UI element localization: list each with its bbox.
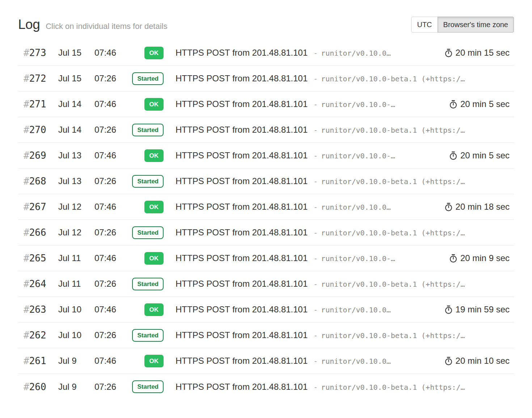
event-id: #265: [18, 253, 58, 264]
separator-dash: -: [313, 126, 318, 135]
event-description-cell: HTTPS POST from 201.48.81.101-runitor/v0…: [176, 356, 439, 366]
event-id-number: 271: [29, 99, 46, 110]
log-row[interactable]: #269 Jul 13 07:46 OK HTTPS POST from 201…: [18, 143, 514, 169]
log-table: #273 Jul 15 07:46 OK HTTPS POST from 201…: [18, 40, 514, 400]
log-row[interactable]: #262 Jul 10 07:26 Started HTTPS POST fro…: [18, 323, 514, 348]
stopwatch-icon: [444, 357, 453, 366]
event-id-hash: #: [24, 47, 29, 58]
duration: 19 min 59 sec: [444, 304, 514, 315]
event-date: Jul 10: [58, 304, 94, 315]
event-id-number: 268: [29, 176, 46, 187]
event-id-number: 262: [29, 330, 46, 341]
event-id-number: 264: [29, 278, 46, 289]
event-time: 07:26: [94, 382, 125, 392]
separator-dash: -: [313, 254, 318, 263]
status-badge: OK: [144, 47, 164, 59]
log-row[interactable]: #267 Jul 12 07:46 OK HTTPS POST from 201…: [18, 194, 514, 220]
duration: 20 min 9 sec: [449, 253, 514, 263]
event-date: Jul 12: [58, 202, 94, 212]
status-badge: OK: [144, 201, 164, 213]
event-description-cell: HTTPS POST from 201.48.81.101-runitor/v0…: [176, 304, 439, 315]
event-id-number: 263: [29, 304, 46, 315]
status-badge-cell: Started: [125, 72, 164, 85]
user-agent-text: runitor/v0.10.0-beta.1 (+https:/…: [321, 280, 465, 289]
event-id-hash: #: [24, 73, 29, 84]
event-id: #266: [18, 227, 58, 238]
page-header: Log Click on individual items for detail…: [0, 0, 532, 33]
duration: 20 min 15 sec: [444, 48, 514, 58]
user-agent-text: runitor/v0.10.0…: [321, 306, 391, 314]
user-agent-text: runitor/v0.10.0-beta.1 (+https:/…: [321, 126, 465, 135]
event-description-cell: HTTPS POST from 201.48.81.101-runitor/v0…: [176, 73, 514, 84]
status-badge-cell: Started: [125, 380, 164, 393]
log-row[interactable]: #273 Jul 15 07:46 OK HTTPS POST from 201…: [18, 40, 514, 66]
event-id-number: 261: [29, 355, 46, 366]
event-description: HTTPS POST from 201.48.81.101: [176, 304, 308, 314]
log-row[interactable]: #271 Jul 14 07:46 OK HTTPS POST from 201…: [18, 91, 514, 117]
event-date: Jul 10: [58, 330, 94, 340]
separator-dash: -: [313, 74, 318, 83]
log-row[interactable]: #263 Jul 10 07:46 OK HTTPS POST from 201…: [18, 297, 514, 323]
status-badge-cell: Started: [125, 124, 164, 136]
event-id: #271: [18, 99, 58, 110]
status-badge-cell: Started: [125, 175, 164, 188]
status-badge-cell: OK: [125, 98, 164, 111]
separator-dash: -: [313, 306, 318, 314]
log-row[interactable]: #270 Jul 14 07:26 Started HTTPS POST fro…: [18, 117, 514, 143]
log-row[interactable]: #260 Jul 9 07:26 Started HTTPS POST from…: [18, 374, 514, 400]
event-description-cell: HTTPS POST from 201.48.81.101-runitor/v0…: [176, 330, 514, 340]
event-description-cell: HTTPS POST from 201.48.81.101-runitor/v0…: [176, 227, 514, 238]
duration: 20 min 5 sec: [449, 150, 514, 161]
event-time: 07:46: [94, 356, 125, 366]
separator-dash: -: [313, 203, 318, 212]
event-id-hash: #: [24, 176, 29, 187]
event-id: #262: [18, 330, 58, 341]
event-id-hash: #: [24, 227, 29, 238]
status-badge-cell: OK: [125, 303, 164, 316]
event-time: 07:26: [94, 176, 125, 186]
event-date: Jul 11: [58, 279, 94, 289]
event-description-cell: HTTPS POST from 201.48.81.101-runitor/v0…: [176, 125, 514, 135]
log-row[interactable]: #268 Jul 13 07:26 Started HTTPS POST fro…: [18, 169, 514, 194]
separator-dash: -: [313, 331, 318, 340]
status-badge: Started: [132, 124, 164, 136]
status-badge: Started: [132, 72, 164, 85]
log-row[interactable]: #264 Jul 11 07:26 Started HTTPS POST fro…: [18, 271, 514, 297]
event-time: 07:26: [94, 330, 125, 340]
event-id-number: 269: [29, 150, 46, 161]
tz-browser-button[interactable]: Browser's time zone: [438, 17, 514, 33]
user-agent-text: runitor/v0.10.0…: [321, 357, 391, 366]
tz-utc-button[interactable]: UTC: [411, 17, 438, 33]
status-badge: OK: [144, 149, 164, 162]
status-badge: Started: [132, 329, 164, 342]
event-id-number: 267: [29, 201, 46, 212]
event-id-hash: #: [24, 201, 29, 212]
event-description: HTTPS POST from 201.48.81.101: [176, 330, 308, 340]
user-agent-text: runitor/v0.10.0-…: [321, 100, 395, 109]
log-row[interactable]: #272 Jul 15 07:26 Started HTTPS POST fro…: [18, 66, 514, 91]
status-badge: OK: [144, 98, 164, 111]
event-id: #263: [18, 304, 58, 315]
user-agent-text: runitor/v0.10.0-…: [321, 152, 395, 160]
event-id: #264: [18, 278, 58, 289]
event-time: 07:26: [94, 279, 125, 289]
event-description-cell: HTTPS POST from 201.48.81.101-runitor/v0…: [176, 150, 444, 161]
log-row[interactable]: #265 Jul 11 07:46 OK HTTPS POST from 201…: [18, 246, 514, 271]
event-id: #268: [18, 176, 58, 187]
user-agent-text: runitor/v0.10.0-beta.1 (+https:/…: [321, 229, 465, 237]
log-page: Log Click on individual items for detail…: [0, 0, 532, 418]
log-row[interactable]: #266 Jul 12 07:26 Started HTTPS POST fro…: [18, 220, 514, 246]
user-agent-text: runitor/v0.10.0-beta.1 (+https:/…: [321, 74, 465, 83]
log-row[interactable]: #261 Jul 9 07:46 OK HTTPS POST from 201.…: [18, 348, 514, 374]
event-id-number: 270: [29, 124, 46, 135]
event-id-hash: #: [24, 304, 29, 315]
event-time: 07:46: [94, 99, 125, 109]
event-id-hash: #: [24, 278, 29, 289]
separator-dash: -: [313, 357, 318, 366]
event-description: HTTPS POST from 201.48.81.101: [176, 99, 308, 109]
stopwatch-icon: [449, 100, 457, 109]
event-time: 07:26: [94, 227, 125, 238]
event-time: 07:46: [94, 150, 125, 161]
duration-text: 20 min 18 sec: [456, 202, 510, 212]
status-badge-cell: OK: [125, 252, 164, 265]
